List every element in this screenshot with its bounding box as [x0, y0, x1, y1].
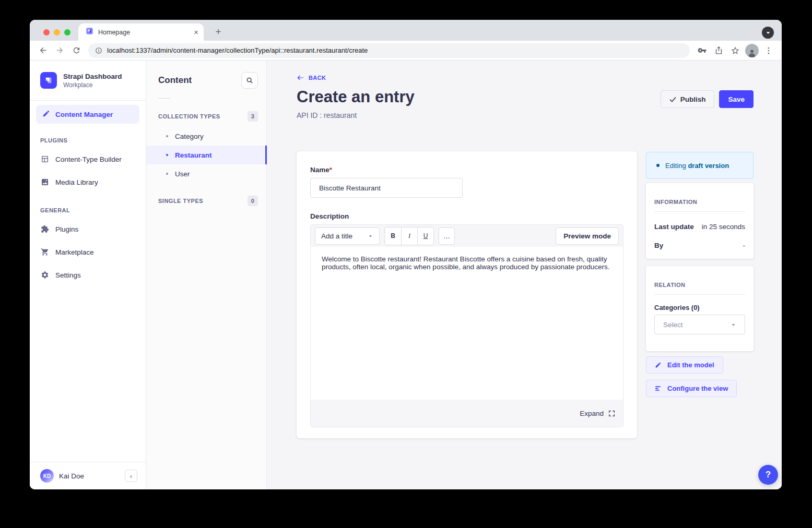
name-field-label: Name* — [310, 166, 623, 174]
editor-toolbar: Add a title B I U … Preview mode — [311, 225, 623, 247]
subnav-item-user[interactable]: User — [146, 164, 266, 183]
forward-nav-button[interactable] — [52, 43, 67, 58]
description-textarea[interactable]: Welcome to Biscotte restaurant! Restaura… — [311, 247, 623, 400]
search-icon — [246, 77, 253, 84]
categories-select[interactable]: Select — [654, 315, 745, 334]
browser-toolbar: localhost:1337/admin/content-manager/col… — [30, 41, 782, 61]
entry-form-card: Name* Description Add a title B I U — [297, 151, 637, 438]
collection-types-count-badge: 3 — [248, 111, 258, 122]
description-field-label: Description — [310, 212, 623, 220]
browser-window: Homepage × + localhost:1337/admin/conten… — [30, 20, 782, 489]
sidebar-item-settings[interactable]: Settings — [30, 263, 146, 286]
puzzle-icon — [40, 225, 49, 233]
expand-label[interactable]: Expand — [580, 410, 604, 417]
main-sidebar: Strapi Dashboard Workplace Content Manag… — [30, 61, 146, 489]
window-minimize-button[interactable] — [54, 29, 60, 35]
sidebar-item-label: Media Library — [55, 178, 98, 186]
save-button[interactable]: Save — [719, 90, 754, 108]
divider — [158, 98, 171, 99]
underline-button[interactable]: U — [417, 227, 433, 245]
sidebar-item-label: Settings — [55, 271, 81, 279]
sidebar-item-marketplace[interactable]: Marketplace — [30, 241, 146, 263]
more-formats-button[interactable]: … — [439, 227, 455, 245]
by-value: - — [743, 242, 746, 249]
bullet-icon — [166, 154, 168, 156]
sidebar-item-content-manager[interactable]: Content Manager — [36, 105, 139, 124]
subnav-item-restaurant[interactable]: Restaurant — [146, 146, 266, 164]
page-title: Create an entry — [297, 88, 415, 106]
window-zoom-button[interactable] — [64, 29, 70, 35]
status-dot-icon — [656, 164, 660, 167]
strapi-logo-icon — [40, 72, 57, 89]
entry-meta-column: Editing draft version INFORMATION Last u… — [646, 152, 754, 397]
italic-button[interactable]: I — [401, 227, 417, 245]
subnav-item-label: Category — [175, 133, 204, 140]
information-panel: INFORMATION Last update in 25 seconds By… — [646, 183, 754, 259]
help-button[interactable]: ? — [758, 465, 778, 485]
information-label: INFORMATION — [654, 193, 745, 205]
window-close-button[interactable] — [43, 29, 50, 35]
subnav-title: Content — [158, 75, 192, 86]
subnav-item-category[interactable]: Category — [146, 127, 266, 146]
bullet-icon — [166, 173, 168, 175]
arrow-left-icon — [297, 75, 304, 81]
title-style-select[interactable]: Add a title — [315, 227, 380, 245]
configure-lines-icon — [655, 385, 662, 392]
categories-field-label: Categories (0) — [654, 304, 745, 311]
sidebar-item-label: Content-Type Builder — [55, 155, 122, 163]
sidebar-item-media-library[interactable]: Media Library — [30, 171, 146, 194]
last-update-value: in 25 seconds — [702, 223, 745, 231]
expand-icon — [608, 410, 615, 417]
relation-panel: RELATION Categories (0) Select — [646, 266, 754, 351]
tab-close-icon[interactable]: × — [194, 28, 198, 36]
sidebar-item-plugins[interactable]: Plugins — [30, 218, 146, 241]
api-id-subtitle: API ID : restaurant — [297, 111, 357, 119]
site-info-icon — [95, 47, 102, 54]
markdown-editor: Add a title B I U … Preview mode Welcome… — [310, 224, 623, 427]
brand-subtitle: Workplace — [63, 81, 122, 89]
search-button[interactable] — [241, 72, 258, 89]
sidebar-item-content-type-builder[interactable]: Content-Type Builder — [30, 148, 146, 171]
back-nav-button[interactable] — [35, 43, 51, 58]
reload-button[interactable] — [68, 43, 84, 58]
content-subnav: Content COLLECTION TYPES 3 Category Rest… — [146, 61, 267, 489]
cart-icon — [40, 248, 49, 256]
sidebar-item-label: Plugins — [55, 225, 78, 233]
sidebar-section-general: GENERAL — [30, 194, 146, 218]
caret-down-icon — [731, 322, 736, 328]
url-bar[interactable]: localhost:1337/admin/content-manager/col… — [88, 43, 690, 58]
last-update-row: Last update in 25 seconds — [654, 223, 745, 231]
tab-strip: Homepage × + — [30, 20, 782, 41]
sidebar-section-plugins: PLUGINS — [30, 124, 146, 148]
publish-button[interactable]: Publish — [661, 90, 715, 108]
browser-menu-icon[interactable]: ⋮ — [761, 43, 776, 58]
user-avatar[interactable]: KD — [40, 469, 54, 483]
back-link[interactable]: BACK — [297, 75, 326, 81]
bookmark-star-icon[interactable] — [727, 43, 743, 58]
sidebar-item-label: Marketplace — [55, 248, 94, 256]
divider — [654, 211, 745, 212]
subnav-item-label: User — [175, 170, 190, 178]
tab-search-button[interactable] — [762, 27, 774, 39]
name-input[interactable] — [310, 178, 463, 198]
sidebar-item-label: Content Manager — [55, 111, 113, 118]
bullet-icon — [166, 135, 168, 137]
bold-button[interactable]: B — [385, 227, 401, 245]
single-types-header: SINGLE TYPES 0 — [146, 191, 266, 211]
new-tab-button[interactable]: + — [211, 25, 226, 39]
editor-footer: Expand — [311, 400, 623, 427]
brand-title: Strapi Dashboard — [63, 73, 122, 80]
workspace-brand[interactable]: Strapi Dashboard Workplace — [30, 61, 146, 101]
sidebar-collapse-button[interactable]: ‹ — [125, 470, 137, 482]
preview-mode-button[interactable]: Preview mode — [556, 227, 619, 245]
gear-icon — [40, 271, 49, 279]
edit-model-button[interactable]: Edit the model — [646, 356, 723, 374]
share-icon[interactable] — [711, 43, 726, 58]
profile-avatar[interactable] — [744, 43, 760, 58]
password-key-icon[interactable] — [694, 43, 710, 58]
browser-tab[interactable]: Homepage × — [78, 23, 204, 41]
configure-view-button[interactable]: Configure the view — [646, 380, 737, 397]
chevron-down-icon — [766, 30, 771, 35]
pencil-icon — [655, 362, 662, 368]
required-asterisk: * — [329, 166, 332, 174]
